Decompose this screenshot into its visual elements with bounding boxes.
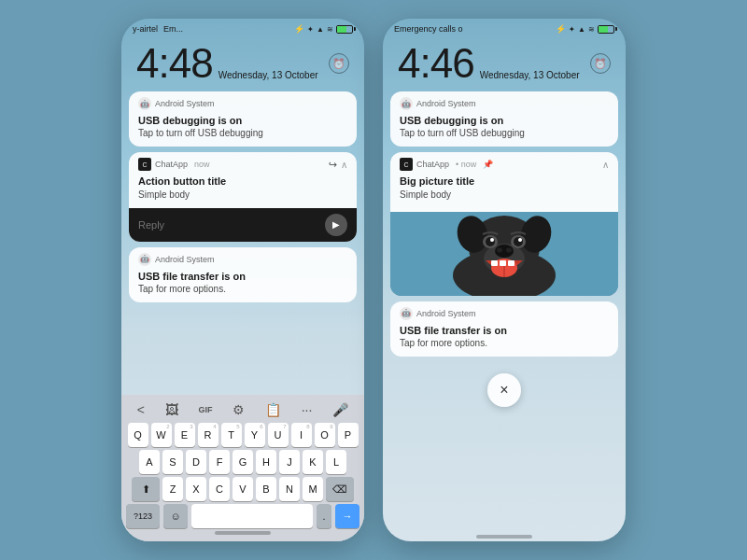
chatapp-name-1: ChatApp	[155, 160, 188, 169]
key-l[interactable]: L	[326, 450, 346, 474]
key-e[interactable]: E3	[175, 423, 195, 447]
usb-debug-notif-1[interactable]: 🤖 Android System USB debugging is on Tap…	[129, 91, 357, 147]
usb-debug-notif-2[interactable]: 🤖 Android System USB debugging is on Tap…	[390, 91, 618, 147]
chatapp-time-2: • now	[456, 160, 476, 169]
key-y[interactable]: Y6	[245, 423, 265, 447]
phone-1: y-airtel Em... ⚡ ✦ ▲ ≋ 4:48 Wednesday, 1…	[121, 19, 364, 541]
clock-area-1: 4:48 Wednesday, 13 October ⏰	[121, 39, 364, 91]
key-t[interactable]: T5	[221, 423, 242, 447]
close-btn-area: ×	[390, 362, 618, 418]
key-b[interactable]: B	[256, 477, 276, 501]
wifi-icon: ▲	[317, 25, 324, 34]
bluetooth-icon: ⚡	[294, 24, 304, 34]
clock-time-1: 4:48	[136, 43, 213, 84]
notif-text-file-2: Tap for more options.	[400, 337, 609, 349]
kb-more-btn[interactable]: ···	[298, 400, 317, 419]
key-r[interactable]: R4	[198, 423, 218, 447]
notif-title-usb-1: USB debugging is on	[138, 114, 347, 127]
svg-point-8	[506, 247, 512, 252]
key-d[interactable]: D	[186, 450, 206, 474]
chevron-up-icon-2[interactable]: ∧	[602, 160, 609, 170]
reply-area-1[interactable]: ▶	[129, 208, 357, 242]
reply-input-1[interactable]	[138, 219, 325, 231]
notifications-area-1: 🤖 Android System USB debugging is on Tap…	[121, 91, 364, 395]
chatapp-text-2: Simple body	[400, 189, 609, 201]
key-num-switch[interactable]: ?123	[126, 504, 160, 528]
key-a[interactable]: A	[139, 450, 160, 474]
chat-app-icon-1: C	[138, 158, 151, 171]
bluetooth-icon-2: ⚡	[556, 24, 566, 34]
key-s[interactable]: S	[162, 450, 183, 474]
kb-emoji-btn[interactable]: 🖼	[162, 400, 182, 419]
notif-text-file-1: Tap for more options.	[138, 283, 347, 295]
chatapp-notif-1[interactable]: C ChatApp now ↩ ∧ Action button title Si…	[129, 152, 357, 241]
chatapp-time-1: now	[194, 160, 210, 169]
clock-date-2: Wednesday, 13 October	[480, 70, 580, 80]
kb-space-row: ?123 ☺ . →	[123, 504, 362, 528]
key-q[interactable]: Q	[128, 423, 148, 447]
reply-send-button-1[interactable]: ▶	[325, 214, 347, 236]
carrier-text-1: y-airtel	[133, 24, 158, 34]
key-emoji[interactable]: ☺	[163, 504, 188, 528]
signal-icon: ✦	[307, 25, 314, 34]
key-h[interactable]: H	[256, 450, 276, 474]
key-enter[interactable]: →	[335, 504, 359, 528]
notif-text-usb-2: Tap to turn off USB debugging	[400, 127, 609, 139]
chatapp-header-2: C ChatApp • now 📌 ∧	[390, 152, 618, 173]
chat-app-icon-2: C	[400, 158, 413, 171]
kb-clipboard-btn[interactable]: 📋	[261, 400, 285, 419]
notif-header-file-2: 🤖 Android System	[390, 301, 618, 322]
signal-icon-2: ✦	[569, 25, 575, 34]
kb-back-btn[interactable]: <	[134, 400, 148, 419]
kb-mic-btn[interactable]: 🎤	[329, 400, 352, 419]
usb-file-notif-2[interactable]: 🤖 Android System USB file transfer is on…	[390, 301, 618, 357]
key-u[interactable]: U7	[268, 423, 289, 447]
battery-icon-1	[336, 25, 353, 34]
key-period[interactable]: .	[317, 504, 331, 528]
kb-gif-btn[interactable]: GIF	[195, 403, 217, 416]
key-j[interactable]: J	[279, 450, 300, 474]
notif-header-usb-2: 🤖 Android System	[390, 91, 618, 112]
key-c[interactable]: C	[209, 477, 230, 501]
key-f[interactable]: F	[209, 450, 230, 474]
chatapp-body-1: Action button title Simple body	[129, 173, 357, 207]
clock-time-2: 4:46	[398, 43, 474, 84]
chevron-up-icon-1[interactable]: ∧	[341, 160, 347, 170]
notif-app-usb-1: Android System	[155, 99, 215, 108]
wifi-bars-icon-2: ≋	[588, 25, 595, 34]
notif-body-usb-1: USB debugging is on Tap to turn off USB …	[129, 112, 357, 147]
close-notifications-button[interactable]: ×	[487, 373, 521, 407]
clock-area-2: 4:46 Wednesday, 13 October ⏰	[383, 39, 626, 91]
key-k[interactable]: K	[303, 450, 323, 474]
kb-settings-btn[interactable]: ⚙	[229, 400, 248, 419]
key-w[interactable]: W2	[151, 423, 172, 447]
kb-row-2: A S D F G H J K L	[123, 450, 362, 474]
key-o[interactable]: O9	[315, 423, 335, 447]
key-x[interactable]: X	[186, 477, 206, 501]
key-delete[interactable]: ⌫	[326, 477, 354, 501]
chatapp-notif-2[interactable]: C ChatApp • now 📌 ∧ Big picture title Si…	[390, 152, 618, 295]
key-space[interactable]	[191, 504, 313, 528]
wifi-icon-2: ▲	[578, 25, 585, 34]
carrier-text-2: Emergency calls o	[394, 24, 463, 34]
key-m[interactable]: M	[303, 477, 323, 501]
key-p[interactable]: P	[338, 423, 359, 447]
notif-title-file-1: USB file transfer is on	[138, 270, 347, 283]
key-z[interactable]: Z	[162, 477, 183, 501]
key-i[interactable]: I8	[291, 423, 312, 447]
chatapp-text-1: Simple body	[138, 189, 347, 201]
status-bar-1: y-airtel Em... ⚡ ✦ ▲ ≋	[121, 19, 364, 39]
android-icon-2: 🤖	[400, 97, 413, 110]
notif-body-file-1: USB file transfer is on Tap for more opt…	[129, 268, 357, 302]
clock-date-1: Wednesday, 13 October	[218, 70, 318, 80]
notif-body-usb-2: USB debugging is on Tap to turn off USB …	[390, 112, 618, 147]
notifications-area-2: 🤖 Android System USB debugging is on Tap…	[383, 91, 626, 532]
usb-file-notif-1[interactable]: 🤖 Android System USB file transfer is on…	[129, 247, 357, 302]
key-shift[interactable]: ⬆	[132, 477, 160, 501]
key-g[interactable]: G	[233, 450, 253, 474]
key-v[interactable]: V	[233, 477, 253, 501]
key-n[interactable]: N	[279, 477, 300, 501]
reply-icon-1[interactable]: ↩	[329, 159, 337, 171]
android-icon-file-2: 🤖	[400, 307, 413, 320]
home-bar-1	[215, 531, 271, 535]
